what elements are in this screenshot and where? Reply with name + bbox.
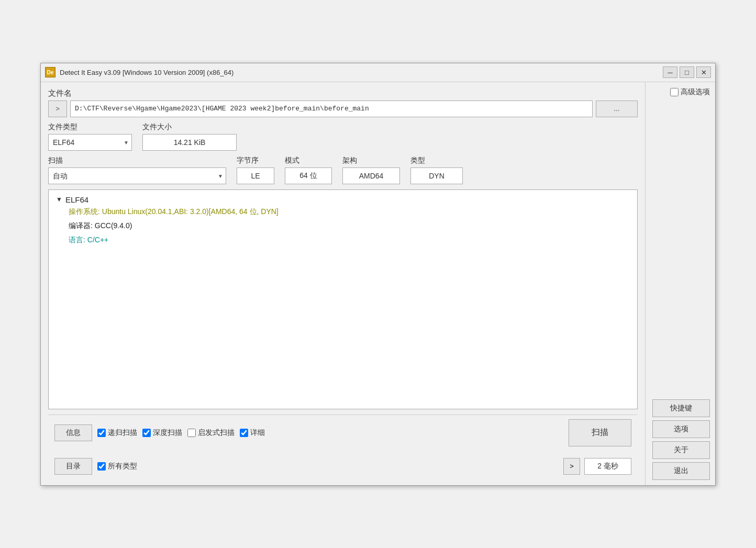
- shortcuts-button[interactable]: 快捷键: [652, 399, 710, 417]
- app-icon: De: [45, 67, 55, 77]
- arch-group: 架构 AMD64: [342, 156, 400, 184]
- byte-order-group: 字节序 LE: [237, 156, 274, 184]
- arch-value: AMD64: [342, 167, 400, 184]
- filename-section: 文件名 > ...: [48, 88, 638, 117]
- file-type-select[interactable]: ELF64 PE32 PE64 Mach-O: [48, 134, 132, 151]
- advanced-options-label: 高级选项: [681, 87, 710, 97]
- byte-order-label: 字节序: [237, 156, 274, 165]
- triggered-scan-checkbox[interactable]: [187, 429, 196, 437]
- tree-expand-arrow[interactable]: ▼: [56, 196, 62, 203]
- right-sidebar: 高级选项 快捷键 选项 关于 退出: [645, 82, 715, 485]
- result-area: ▼ ELF64 操作系统: Ubuntu Linux(20.04.1,ABI: …: [48, 189, 638, 409]
- left-content: 文件名 > ... 文件类型 ELF64 PE32 PE64: [41, 82, 645, 485]
- file-size-group: 文件大小 14.21 KiB: [142, 122, 237, 151]
- file-meta-row: 文件类型 ELF64 PE32 PE64 Mach-O ▼ 文件大小 14.21…: [48, 122, 638, 151]
- file-type-dropdown-wrapper: ELF64 PE32 PE64 Mach-O ▼: [48, 134, 132, 151]
- filepath-row: > ...: [48, 100, 638, 117]
- browse-button[interactable]: ...: [596, 100, 638, 117]
- recursive-scan-label: 递归扫描: [108, 428, 137, 438]
- all-types-label: 所有类型: [108, 462, 137, 471]
- scan-label: 扫描: [48, 156, 226, 165]
- all-types-checkbox[interactable]: [97, 462, 106, 471]
- bottom-bar: 信息 递归扫描 深度扫描 启发式扫描 详细 扫描: [48, 415, 638, 451]
- titlebar: De Detect It Easy v3.09 [Windows 10 Vers…: [41, 63, 715, 82]
- advanced-options-wrap: 高级选项: [670, 87, 710, 97]
- sidebar-top: 高级选项: [651, 87, 710, 97]
- type-group: 类型 DYN: [410, 156, 463, 184]
- layout: 文件名 > ... 文件类型 ELF64 PE32 PE64: [41, 82, 715, 485]
- tree-children: 操作系统: Ubuntu Linux(20.04.1,ABI: 3.2.0)[A…: [69, 206, 630, 245]
- file-size-label: 文件大小: [142, 122, 237, 132]
- detailed-wrap: 详细: [240, 428, 265, 438]
- minimize-button[interactable]: ─: [663, 66, 677, 78]
- filename-label: 文件名: [48, 88, 638, 98]
- mode-group: 模式 64 位: [285, 156, 332, 184]
- arch-label: 架构: [342, 156, 400, 165]
- detailed-label: 详细: [250, 428, 265, 438]
- filepath-input[interactable]: [70, 100, 593, 117]
- sidebar-bottom: 快捷键 选项 关于 退出: [651, 399, 710, 480]
- mode-value: 64 位: [285, 167, 332, 184]
- triggered-scan-label: 启发式扫描: [198, 428, 235, 438]
- dir-button[interactable]: 目录: [54, 458, 92, 475]
- advanced-options-checkbox[interactable]: [670, 88, 679, 96]
- recursive-scan-checkbox[interactable]: [97, 429, 106, 437]
- type-label: 类型: [410, 156, 463, 165]
- file-type-label: 文件类型: [48, 122, 132, 132]
- type-value: DYN: [410, 167, 463, 184]
- deep-scan-label: 深度扫描: [153, 428, 182, 438]
- triggered-scan-wrap: 启发式扫描: [187, 428, 235, 438]
- forward-button[interactable]: >: [48, 100, 67, 117]
- file-size-value: 14.21 KiB: [142, 134, 237, 151]
- all-types-wrap: 所有类型: [97, 462, 137, 471]
- close-button[interactable]: ✕: [696, 66, 711, 78]
- mode-label: 模式: [285, 156, 332, 165]
- window-title: Detect It Easy v3.09 [Windows 10 Version…: [60, 69, 659, 76]
- window-controls: ─ □ ✕: [663, 66, 711, 78]
- detailed-checkbox[interactable]: [240, 429, 248, 437]
- nav-time-row: > 2 毫秒: [563, 458, 631, 475]
- scan-select[interactable]: 自动 手动: [48, 167, 226, 184]
- maximize-button[interactable]: □: [680, 66, 694, 78]
- time-value: 2 毫秒: [584, 458, 631, 475]
- nav-next-button[interactable]: >: [563, 458, 580, 475]
- options-button[interactable]: 选项: [652, 420, 710, 438]
- deep-scan-wrap: 深度扫描: [142, 428, 182, 438]
- about-button[interactable]: 关于: [652, 441, 710, 459]
- scan-meta-row: 扫描 自动 手动 ▼ 字节序 LE 模式 64 位: [48, 156, 638, 184]
- recursive-scan-wrap: 递归扫描: [97, 428, 137, 438]
- byte-order-value: LE: [237, 167, 274, 184]
- scan-dropdown-wrapper: 自动 手动 ▼: [48, 167, 226, 184]
- file-type-group: 文件类型 ELF64 PE32 PE64 Mach-O ▼: [48, 122, 132, 151]
- result-item-compiler: 编译器: GCC(9.4.0): [69, 220, 630, 231]
- result-item-language: 语言: C/C++: [69, 234, 630, 245]
- scan-group: 扫描 自动 手动 ▼: [48, 156, 226, 184]
- result-item-os: 操作系统: Ubuntu Linux(20.04.1,ABI: 3.2.0)[A…: [69, 206, 630, 217]
- tree-root-label: ELF64: [65, 195, 88, 204]
- scan-button[interactable]: 扫描: [569, 419, 631, 446]
- bottom-bar-2: 目录 所有类型 > 2 毫秒: [48, 456, 638, 479]
- info-button[interactable]: 信息: [54, 424, 92, 441]
- deep-scan-checkbox[interactable]: [142, 429, 151, 437]
- exit-button[interactable]: 退出: [652, 462, 710, 480]
- main-window: De Detect It Easy v3.09 [Windows 10 Vers…: [40, 63, 716, 486]
- tree-root-node: ▼ ELF64: [56, 195, 630, 204]
